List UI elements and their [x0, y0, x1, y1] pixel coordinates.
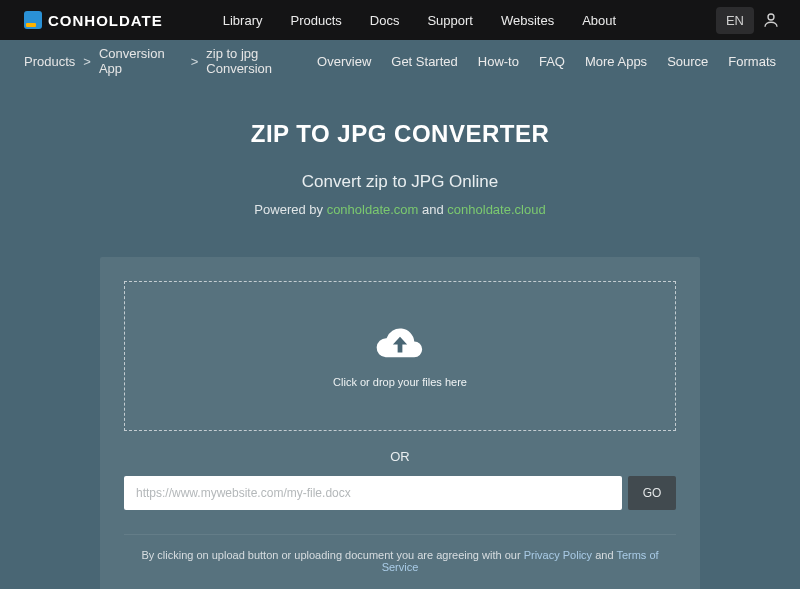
subnav-faq[interactable]: FAQ: [539, 54, 565, 69]
hero-section: ZIP TO JPG CONVERTER Convert zip to JPG …: [0, 82, 800, 237]
nav-support[interactable]: Support: [427, 13, 473, 28]
nav-websites[interactable]: Websites: [501, 13, 554, 28]
nav-products[interactable]: Products: [290, 13, 341, 28]
subnav-source[interactable]: Source: [667, 54, 708, 69]
agree-prefix: By clicking on upload button or uploadin…: [141, 549, 523, 561]
page-nav: Overview Get Started How-to FAQ More App…: [317, 54, 776, 69]
subheader: Products > Conversion App > zip to jpg C…: [0, 40, 800, 82]
subnav-get-started[interactable]: Get Started: [391, 54, 457, 69]
url-row: GO: [124, 476, 676, 510]
chevron-right-icon: >: [83, 54, 91, 69]
upload-card: Click or drop your files here OR GO By c…: [100, 257, 700, 589]
privacy-policy-link[interactable]: Privacy Policy: [524, 549, 592, 561]
top-header: CONHOLDATE Library Products Docs Support…: [0, 0, 800, 40]
dropzone-text: Click or drop your files here: [333, 376, 467, 388]
main-nav: Library Products Docs Support Websites A…: [223, 13, 716, 28]
chevron-right-icon: >: [191, 54, 199, 69]
cloud-upload-icon: [374, 324, 426, 362]
breadcrumb-products[interactable]: Products: [24, 54, 75, 69]
logo-mark-icon: [24, 11, 42, 29]
page-subtitle: Convert zip to JPG Online: [0, 172, 800, 192]
powered-prefix: Powered by: [254, 202, 326, 217]
powered-link-com[interactable]: conholdate.com: [327, 202, 419, 217]
agreement-text: By clicking on upload button or uploadin…: [124, 534, 676, 573]
page-title: ZIP TO JPG CONVERTER: [0, 120, 800, 148]
nav-about[interactable]: About: [582, 13, 616, 28]
file-dropzone[interactable]: Click or drop your files here: [124, 281, 676, 431]
subnav-formats[interactable]: Formats: [728, 54, 776, 69]
url-input[interactable]: [124, 476, 622, 510]
powered-link-cloud[interactable]: conholdate.cloud: [447, 202, 545, 217]
svg-point-0: [768, 14, 774, 20]
go-button[interactable]: GO: [628, 476, 676, 510]
subnav-more-apps[interactable]: More Apps: [585, 54, 647, 69]
brand-name: CONHOLDATE: [48, 12, 163, 29]
breadcrumb-current: zip to jpg Conversion: [206, 46, 317, 76]
subnav-howto[interactable]: How-to: [478, 54, 519, 69]
breadcrumb: Products > Conversion App > zip to jpg C…: [24, 46, 317, 76]
nav-docs[interactable]: Docs: [370, 13, 400, 28]
brand-logo[interactable]: CONHOLDATE: [24, 11, 163, 29]
powered-by-line: Powered by conholdate.com and conholdate…: [0, 202, 800, 217]
agree-and: and: [592, 549, 616, 561]
breadcrumb-app[interactable]: Conversion App: [99, 46, 183, 76]
user-icon[interactable]: [762, 11, 780, 29]
powered-and: and: [418, 202, 447, 217]
language-button[interactable]: EN: [716, 7, 754, 34]
or-divider: OR: [124, 431, 676, 476]
subnav-overview[interactable]: Overview: [317, 54, 371, 69]
nav-library[interactable]: Library: [223, 13, 263, 28]
